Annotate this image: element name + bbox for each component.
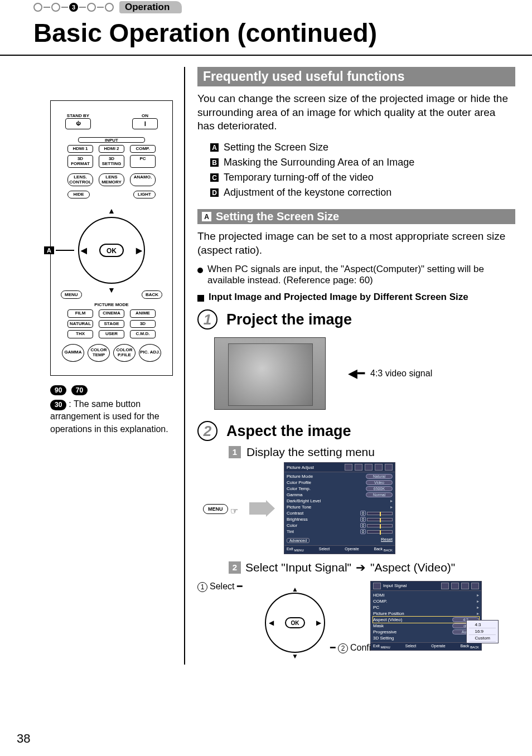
osd2-row[interactable]: Aspect (Video)4:3 bbox=[373, 617, 479, 623]
3d-button[interactable]: 3D bbox=[130, 320, 156, 328]
select-label: 1Select ━ bbox=[197, 581, 243, 592]
osd2-tab: Input Signal bbox=[383, 583, 407, 588]
osd-picture-adjust: Picture Adjust Picture ModeNaturalColor … bbox=[284, 462, 395, 554]
gamma-button[interactable]: GAMMA bbox=[62, 344, 84, 362]
film-button[interactable]: FILM bbox=[67, 309, 93, 317]
pc-button[interactable]: PC bbox=[130, 155, 156, 168]
light-button[interactable]: LIGHT bbox=[133, 191, 156, 198]
badge-a: A bbox=[210, 143, 219, 152]
right-arrow-icon[interactable]: ▶ bbox=[316, 619, 321, 627]
left-arrow-icon[interactable]: ◀ bbox=[81, 246, 87, 255]
cinema-button[interactable]: CINEMA bbox=[99, 309, 124, 317]
natural-button[interactable]: NATURAL bbox=[67, 320, 93, 328]
section-a-note: When PC signals are input, the "Aspect(C… bbox=[197, 264, 515, 286]
3d-setting-button[interactable]: 3D SETTING bbox=[99, 155, 124, 168]
osd2-row[interactable]: Maskoff bbox=[373, 623, 479, 629]
osd2-row[interactable]: ProgressiveAuto bbox=[373, 629, 479, 635]
osd2-row[interactable]: HDMI▸ bbox=[373, 592, 479, 598]
osd2-row[interactable]: COMP.▸ bbox=[373, 598, 479, 604]
anime-button[interactable]: ANIME bbox=[130, 309, 156, 317]
3d-format-button[interactable]: 3D FORMAT bbox=[67, 155, 93, 168]
osd2-row[interactable]: PC▸ bbox=[373, 604, 479, 610]
osd1-advanced[interactable]: Advanced bbox=[287, 538, 309, 543]
menu-button-diagram[interactable]: MENU bbox=[203, 504, 228, 514]
page-title: Basic Operation (continued) bbox=[0, 14, 532, 56]
dpad-small[interactable]: ▲ ▼ ◀ ▶ OK bbox=[253, 581, 337, 665]
section1-intro: You can change the screen size of the pr… bbox=[197, 92, 515, 133]
color-pfile-button[interactable]: COLOR P.FILE bbox=[113, 344, 136, 362]
osd1-row[interactable]: Picture ModeNatural bbox=[287, 473, 393, 479]
substep-2-number: 2 bbox=[229, 561, 241, 574]
up-arrow-icon[interactable]: ▲ bbox=[108, 206, 115, 215]
osd1-row[interactable]: Brightness0 bbox=[287, 516, 393, 522]
index-item: Masking the Surrounding Area of an Image bbox=[224, 155, 414, 170]
aspect-popup[interactable]: 4:316:9Custom bbox=[466, 620, 499, 643]
hide-button[interactable]: HIDE bbox=[67, 191, 90, 198]
back-button[interactable]: BACK bbox=[142, 290, 162, 299]
aspect-option[interactable]: Custom bbox=[469, 635, 496, 642]
on-label: ON bbox=[132, 113, 158, 118]
osd1-row[interactable]: GammaNormal bbox=[287, 492, 393, 498]
substep-2-text-a: Select "Input Signal" bbox=[245, 561, 351, 574]
hand-cursor-icon: ☞ bbox=[230, 506, 238, 516]
lens-memory-button[interactable]: LENS MEMORY bbox=[99, 173, 124, 186]
down-arrow-icon[interactable]: ▼ bbox=[108, 285, 115, 294]
lens-control-button[interactable]: LENS. CONTROL bbox=[67, 173, 93, 186]
cmd-button[interactable]: C.M.D. bbox=[130, 330, 156, 338]
page-number: 38 bbox=[17, 731, 30, 746]
dpad[interactable]: A ▲ ▼ ◀ ▶ OK MENU BACK bbox=[64, 203, 159, 298]
color-temp-button[interactable]: COLOR TEMP bbox=[88, 344, 110, 362]
up-arrow-icon[interactable]: ▲ bbox=[292, 585, 298, 593]
input-label: INPUT bbox=[78, 137, 145, 143]
aspect-option[interactable]: 16:9 bbox=[469, 628, 496, 635]
section-tab: Operation bbox=[119, 1, 182, 13]
step-1: 1 Project the image bbox=[197, 309, 515, 329]
osd2-row[interactable]: 3D Setting▸ bbox=[373, 635, 479, 641]
osd1-row[interactable]: Tint0 bbox=[287, 529, 393, 535]
step-2: 2 Aspect the image bbox=[197, 421, 515, 441]
hdmi1-button[interactable]: HDMI 1 bbox=[67, 145, 93, 153]
osd1-row[interactable]: Color ProfileVideo bbox=[287, 479, 393, 486]
callout-a: A bbox=[44, 246, 74, 254]
bullet-icon bbox=[197, 268, 203, 273]
left-arrow-icon[interactable]: ◀ bbox=[269, 619, 274, 627]
step-active: 3 bbox=[69, 3, 78, 12]
remote-diagram: STAND BY⏻ ON❙ INPUT HDMI 1 HDMI 2 COMP. … bbox=[50, 100, 173, 376]
arrow-right-icon bbox=[249, 502, 267, 515]
ok-button[interactable]: OK bbox=[99, 244, 124, 257]
comp-button[interactable]: COMP. bbox=[130, 145, 156, 153]
aspect-option[interactable]: 4:3 bbox=[469, 622, 496, 628]
osd1-row[interactable]: Picture Tone▸ bbox=[287, 504, 393, 510]
step-1-number: 1 bbox=[197, 309, 217, 329]
menu-button[interactable]: MENU bbox=[61, 290, 82, 299]
down-arrow-icon[interactable]: ▼ bbox=[292, 652, 298, 660]
stage-button[interactable]: STAGE bbox=[99, 320, 124, 328]
substep-2: 2 Select "Input Signal" ➔ "Aspect (Video… bbox=[229, 561, 515, 574]
osd-input-signal: Input Signal HDMI▸COMP.▸PC▸Picture Posit… bbox=[370, 581, 482, 651]
remote-caption: 90 70 30: The same button arrangement is… bbox=[33, 384, 178, 436]
sample-image bbox=[214, 337, 326, 410]
thx-button[interactable]: THX bbox=[67, 330, 93, 338]
anamo-button[interactable]: ANAMO. bbox=[130, 173, 156, 186]
osd1-row[interactable]: Color Temp.6500K bbox=[287, 486, 393, 492]
osd2-row[interactable]: Picture Position▸ bbox=[373, 610, 479, 617]
function-index-list: ASetting the Screen Size BMasking the Su… bbox=[210, 140, 515, 200]
standby-button[interactable]: ⏻ bbox=[65, 118, 91, 129]
right-arrow-icon[interactable]: ▶ bbox=[136, 246, 142, 255]
hdmi2-button[interactable]: HDMI 2 bbox=[99, 145, 124, 153]
badge-d: D bbox=[210, 188, 219, 197]
on-button[interactable]: ❙ bbox=[132, 118, 158, 129]
osd1-row[interactable]: Color0 bbox=[287, 522, 393, 529]
remote-caption-text: : The same button arrangement is used fo… bbox=[50, 399, 168, 434]
index-item: Temporary turning-off of the video bbox=[224, 170, 374, 185]
ok-small-button[interactable]: OK bbox=[285, 617, 305, 628]
user-button[interactable]: USER bbox=[99, 330, 124, 338]
osd1-row[interactable]: Contrast0 bbox=[287, 510, 393, 516]
pic-adj-button[interactable]: PIC. ADJ. bbox=[139, 344, 161, 362]
step-2-title: Aspect the image bbox=[226, 423, 351, 440]
circled-2-icon: 2 bbox=[338, 643, 348, 653]
osd1-row[interactable]: Dark/Bright Level▸ bbox=[287, 498, 393, 504]
osd1-reset[interactable]: Reset bbox=[381, 537, 393, 542]
section-a-title: Setting the Screen Size bbox=[216, 210, 339, 223]
osd1-area: MENU ☞ Picture Adjust Picture ModeNatura… bbox=[203, 462, 515, 554]
